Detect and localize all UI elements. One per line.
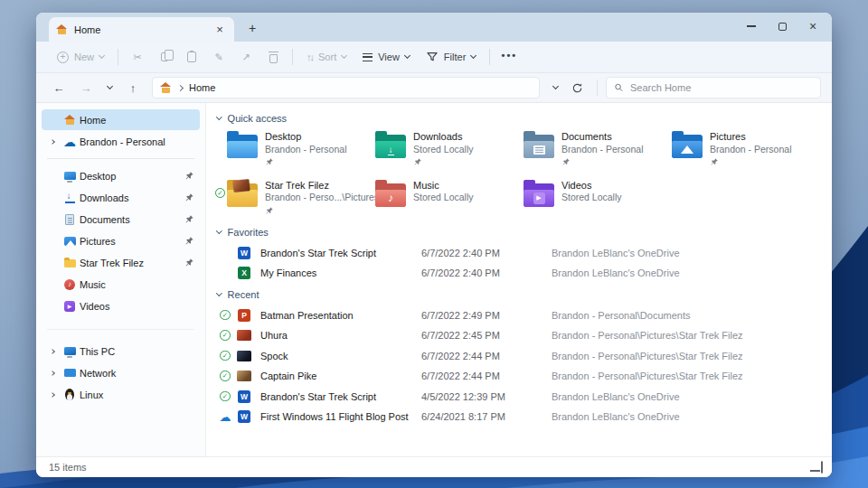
file-row[interactable]: Uhura 6/7/2022 2:45 PM Brandon - Persona…: [213, 325, 826, 346]
linux-penguin-icon: [61, 389, 78, 400]
plus-circle-icon: +: [57, 52, 69, 63]
funnel-icon: [426, 51, 439, 63]
tab-close-icon[interactable]: ×: [212, 23, 227, 37]
copy-button[interactable]: [151, 45, 178, 69]
address-dropdown-button[interactable]: [547, 77, 563, 99]
back-button[interactable]: ←: [47, 77, 71, 99]
minimize-button[interactable]: [736, 13, 767, 40]
item-count: 15 items: [49, 462, 87, 473]
pin-icon: [184, 171, 194, 181]
rename-button[interactable]: [205, 45, 232, 69]
word-file-icon: [236, 247, 252, 259]
network-icon: [61, 369, 78, 377]
file-row[interactable]: Batman Presentation 6/7/2022 2:49 PM Bra…: [213, 305, 826, 325]
tab-home[interactable]: Home ×: [49, 17, 234, 42]
sidebar-item-desktop[interactable]: Desktop: [42, 165, 200, 186]
cut-button[interactable]: [124, 45, 151, 69]
sidebar-item-downloads[interactable]: Downloads: [42, 187, 200, 208]
up-button[interactable]: ↑: [121, 77, 145, 99]
tile-star-trek-filez[interactable]: Star Trek Filez Brandon - Perso...\Pictu…: [213, 177, 362, 221]
rename-icon: [214, 52, 222, 63]
maximize-icon: [778, 23, 787, 31]
file-row[interactable]: Captain Pike 6/7/2022 2:44 PM Brandon - …: [213, 366, 826, 387]
tile-desktop[interactable]: Desktop Brandon - Personal: [213, 128, 362, 173]
recent-locations-button[interactable]: [101, 77, 118, 99]
file-row[interactable]: Spock 6/7/2022 2:44 PM Brandon - Persona…: [213, 345, 826, 366]
excel-file-icon: [236, 267, 252, 279]
sort-button[interactable]: Sort: [298, 45, 354, 69]
pin-icon: [184, 192, 194, 202]
navigation-pane: Home Brandon - Personal Desktop Download…: [36, 103, 206, 456]
paste-icon: [187, 52, 196, 62]
paste-button[interactable]: [178, 45, 205, 69]
thumbnail-view-button[interactable]: [821, 462, 823, 473]
sidebar-item-videos[interactable]: Videos: [42, 296, 200, 316]
trash-icon: [269, 54, 278, 63]
window-controls: ×: [736, 13, 828, 40]
home-icon: [160, 82, 172, 93]
home-icon: [61, 115, 78, 126]
sidebar-item-this-pc[interactable]: This PC: [42, 341, 200, 361]
tile-music[interactable]: Music Stored Locally: [362, 177, 510, 221]
breadcrumb-item-home[interactable]: Home: [189, 82, 215, 93]
sidebar-item-star-trek-filez[interactable]: Star Trek Filez: [42, 252, 200, 273]
chevron-right-icon[interactable]: [45, 393, 60, 397]
sidebar-divider: [47, 158, 194, 159]
breadcrumb[interactable]: Home: [152, 77, 540, 99]
section-header-recent[interactable]: Recent: [217, 289, 826, 300]
document-icon: [61, 214, 78, 225]
folder-icon: [61, 258, 78, 267]
tile-documents[interactable]: Documents Brandon - Personal: [510, 128, 658, 173]
sidebar-item-home[interactable]: Home: [42, 109, 200, 130]
pin-icon: [413, 157, 422, 166]
sidebar-item-music[interactable]: Music: [42, 274, 200, 295]
forward-button[interactable]: →: [74, 77, 98, 99]
view-button-label: View: [378, 52, 400, 62]
section-header-quick-access[interactable]: Quick access: [217, 113, 826, 124]
pin-icon: [265, 206, 274, 215]
refresh-button[interactable]: [565, 77, 589, 99]
pin-icon: [561, 157, 571, 166]
word-file-icon: [236, 390, 252, 403]
title-bar: Home × + ×: [36, 13, 832, 42]
sidebar-item-pictures[interactable]: Pictures: [42, 230, 200, 251]
pin-icon: [184, 214, 194, 224]
new-tab-button[interactable]: +: [241, 17, 263, 39]
maximize-button[interactable]: [767, 13, 797, 40]
sidebar-item-linux[interactable]: Linux: [42, 384, 200, 405]
sidebar-item-documents[interactable]: Documents: [42, 209, 200, 230]
this-pc-icon: [61, 347, 78, 355]
quick-access-grid: Desktop Brandon - Personal Downloads Sto…: [213, 128, 826, 221]
word-file-icon: [236, 410, 252, 423]
chevron-right-icon[interactable]: [45, 350, 60, 353]
chevron-right-icon[interactable]: [45, 371, 60, 375]
sync-status-icon: [220, 351, 231, 361]
share-button[interactable]: [232, 45, 259, 69]
filter-button[interactable]: Filter: [418, 45, 484, 69]
folder-icon-music: [375, 183, 406, 207]
sidebar-item-onedrive-brandon-personal[interactable]: Brandon - Personal: [42, 131, 200, 152]
file-row[interactable]: Brandon's Star Trek Script 6/7/2022 2:40…: [213, 242, 826, 263]
close-icon: ×: [809, 20, 816, 33]
file-row[interactable]: Brandon's Star Trek Script 4/5/2022 12:3…: [213, 386, 826, 407]
chevron-right-icon[interactable]: [45, 140, 60, 144]
new-button[interactable]: + New: [49, 45, 112, 69]
sync-status-icon: [220, 391, 231, 402]
image-thumbnail-icon: [236, 351, 252, 361]
tile-downloads[interactable]: Downloads Stored Locally: [362, 128, 510, 173]
view-button[interactable]: View: [354, 45, 418, 69]
folder-icon-star-trek: [227, 183, 258, 207]
see-more-button[interactable]: •••: [495, 45, 523, 69]
file-row[interactable]: My Finances 6/7/2022 2:40 PM Brandon LeB…: [213, 263, 826, 284]
address-actions: [547, 77, 589, 99]
section-header-favorites[interactable]: Favorites: [217, 227, 826, 238]
image-thumbnail-icon: [236, 330, 252, 341]
delete-button[interactable]: [259, 45, 287, 69]
search-input[interactable]: [630, 82, 813, 93]
file-row[interactable]: First Windows 11 Flight Blog Post 6/24/2…: [213, 407, 826, 427]
tile-pictures[interactable]: Pictures Brandon - Personal: [658, 128, 807, 173]
close-button[interactable]: ×: [797, 13, 828, 40]
videos-icon: [61, 301, 78, 312]
sidebar-item-network[interactable]: Network: [42, 362, 200, 383]
tile-videos[interactable]: Videos Stored Locally: [510, 177, 658, 221]
